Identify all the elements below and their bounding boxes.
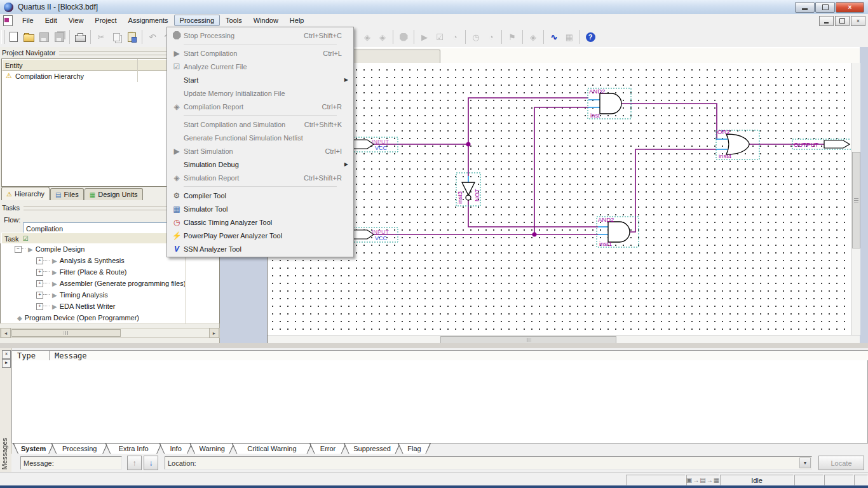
timing-analyzer-button[interactable]: ◷ — [468, 29, 484, 44]
messages-tab-suppressed[interactable]: Suppressed — [344, 443, 401, 454]
mdi-minimize-button[interactable] — [819, 16, 834, 26]
menu-file[interactable]: File — [17, 15, 39, 26]
svg-text:INPUT: INPUT — [372, 139, 390, 145]
menu-item-start-compilation[interactable]: ▶Start CompilationCtrl+L — [167, 46, 353, 60]
menu-view[interactable]: View — [63, 15, 90, 26]
menu-window[interactable]: Window — [248, 15, 284, 26]
close-messages-icon[interactable]: x — [2, 350, 11, 359]
start-compilation-button[interactable]: ▶ — [417, 29, 432, 44]
expand-icon[interactable]: + — [36, 292, 43, 299]
entity-column-header[interactable]: Entity — [2, 59, 140, 71]
scroll-right-icon[interactable]: ► — [209, 328, 219, 338]
messages-tab-system[interactable]: System — [13, 443, 54, 454]
locate-button[interactable]: Locate — [818, 456, 864, 470]
previous-message-button[interactable]: ↑ — [127, 456, 142, 470]
tab-design-units[interactable]: ▦Design Units — [85, 188, 143, 200]
menu-item-simulation-report[interactable]: ◈Simulation ReportCtrl+Shift+R — [167, 171, 353, 184]
maximize-button[interactable] — [815, 2, 835, 13]
chevron-down-icon[interactable]: ▼ — [799, 458, 811, 468]
messages-tab-flag[interactable]: Flag — [398, 443, 431, 454]
expand-icon[interactable]: + — [36, 269, 43, 276]
stop-processing-button[interactable] — [396, 29, 411, 44]
menu-item-analyze-current-file[interactable]: ☑Analyze Current File — [167, 60, 353, 73]
output-pin[interactable]: OUTPUT pir — [792, 139, 858, 149]
messages-tab-processing[interactable]: Processing — [51, 443, 108, 454]
messages-list[interactable] — [11, 360, 868, 444]
menu-edit[interactable]: Edit — [39, 15, 63, 26]
save-button[interactable] — [36, 29, 51, 44]
start-timing-analysis-button[interactable]: ◔ — [447, 29, 463, 44]
menu-item-ssn-analyzer-tool[interactable]: VSSN Analyzer Tool — [167, 242, 353, 255]
compile-design-button[interactable]: ◈ — [360, 29, 375, 44]
scroll-left-icon[interactable]: ◄ — [1, 328, 11, 338]
print-button[interactable] — [72, 29, 88, 44]
tasks-hscroll-thumb[interactable] — [11, 329, 121, 337]
mdi-restore-button[interactable] — [835, 16, 850, 26]
compilation-report-button[interactable]: ◈ — [526, 29, 541, 44]
tab-files[interactable]: ▤Files — [50, 188, 84, 200]
messages-tab-error[interactable]: Error — [309, 443, 347, 454]
messages-tab-critical-warning[interactable]: Critical Warning — [231, 443, 312, 454]
task-row-eda-netlist-writer[interactable]: +▶EDA Netlist Writer — [1, 301, 219, 313]
expand-icon[interactable]: + — [36, 280, 43, 287]
expand-icon[interactable]: + — [36, 303, 43, 310]
tab-hierarchy[interactable]: ⚠Hierarchy — [1, 187, 50, 200]
copy-button[interactable] — [109, 29, 124, 44]
close-icon: × — [848, 4, 852, 11]
help-button[interactable]: ? — [583, 29, 598, 44]
open-file-button[interactable] — [21, 29, 36, 44]
programmer-button[interactable]: ▦ — [562, 29, 577, 44]
menu-item-generate-functional-simulation-netlist[interactable]: Generate Functional Simulation Netlist — [167, 131, 353, 144]
task-row-timing-analysis[interactable]: +▶Timing Analysis — [1, 289, 219, 301]
collapse-icon[interactable]: − — [15, 246, 22, 253]
menu-processing[interactable]: Processing — [174, 15, 220, 26]
editor-vscroll-thumb[interactable] — [852, 152, 860, 248]
paste-button[interactable] — [124, 29, 139, 44]
waveform-editor-button[interactable]: ∿ — [546, 29, 562, 44]
messages-tab-extra-info[interactable]: Extra Info — [105, 443, 162, 454]
message-field[interactable]: Message: — [20, 456, 122, 470]
menu-item-compiler-tool[interactable]: ⚙Compiler Tool — [167, 189, 353, 202]
next-message-button[interactable]: ↓ — [144, 456, 158, 470]
save-all-button[interactable] — [51, 29, 67, 44]
menu-item-stop-processing[interactable]: Stop ProcessingCtrl+Shift+C — [167, 29, 353, 42]
expand-messages-icon[interactable]: ▸ — [2, 359, 11, 368]
schematic-canvas[interactable]: AND2 inst AND2 inst1 OR2 — [268, 63, 860, 335]
menu-item-start[interactable]: Start▶ — [167, 73, 353, 86]
menu-tools[interactable]: Tools — [220, 15, 248, 26]
menu-item-powerplay-power-analyzer-tool[interactable]: ⚡PowerPlay Power Analyzer Tool — [167, 229, 353, 242]
menu-assignments[interactable]: Assignments — [123, 15, 174, 26]
expand-icon[interactable]: + — [36, 257, 43, 264]
assemble-button[interactable]: ◈ — [375, 29, 390, 44]
editor-hscrollbar[interactable] — [268, 335, 860, 344]
messages-tab-info[interactable]: Info — [159, 443, 193, 454]
analyze-current-file-button[interactable]: ☑ — [432, 29, 447, 44]
location-field[interactable]: Location: ▼ — [165, 456, 812, 470]
menu-item-simulator-tool[interactable]: ▦Simulator Tool — [167, 202, 353, 215]
start-simulation-button[interactable]: ⚑ — [505, 29, 520, 44]
menu-item-simulation-debug[interactable]: Simulation Debug▶ — [167, 158, 353, 171]
menu-item-classic-timing-analyzer-tool[interactable]: ◷Classic Timing Analyzer Tool — [167, 215, 353, 229]
menu-project[interactable]: Project — [89, 15, 122, 26]
close-button[interactable]: × — [836, 2, 864, 13]
menu-item-label: Start Compilation and Simulation — [184, 121, 297, 128]
task-row-fitter-place-route-[interactable]: +▶Fitter (Place & Route) — [1, 266, 219, 278]
copy-icon: ▣ — [686, 477, 692, 484]
splitter[interactable] — [0, 343, 868, 348]
menu-help[interactable]: Help — [284, 15, 310, 26]
cut-button[interactable]: ✂ — [93, 29, 109, 44]
tasks-hscrollbar[interactable]: ◄ ► — [0, 328, 220, 338]
task-row-program-device-open-programmer-[interactable]: ◆Program Device (Open Programmer) — [1, 312, 219, 324]
menu-item-update-memory-initialization-file[interactable]: Update Memory Initialization File — [167, 86, 353, 100]
messages-tab-warning[interactable]: Warning — [189, 443, 234, 454]
menu-item-start-simulation[interactable]: ▶Start SimulationCtrl+I — [167, 144, 353, 158]
minimize-button[interactable] — [795, 2, 815, 13]
undo-button[interactable]: ↶ — [145, 29, 160, 44]
mdi-close-button[interactable]: × — [851, 16, 865, 26]
menu-item-compilation-report[interactable]: ◈Compilation ReportCtrl+R — [167, 100, 353, 113]
task-row-assembler-generate-programming-files-[interactable]: +▶Assembler (Generate programming files) — [1, 278, 219, 290]
menu-item-start-compilation-and-simulation[interactable]: Start Compilation and SimulationCtrl+Shi… — [167, 118, 353, 131]
editor-vscrollbar[interactable] — [851, 63, 860, 335]
timing-clock-button[interactable]: ◔ — [484, 29, 499, 44]
new-file-button[interactable] — [6, 29, 21, 44]
